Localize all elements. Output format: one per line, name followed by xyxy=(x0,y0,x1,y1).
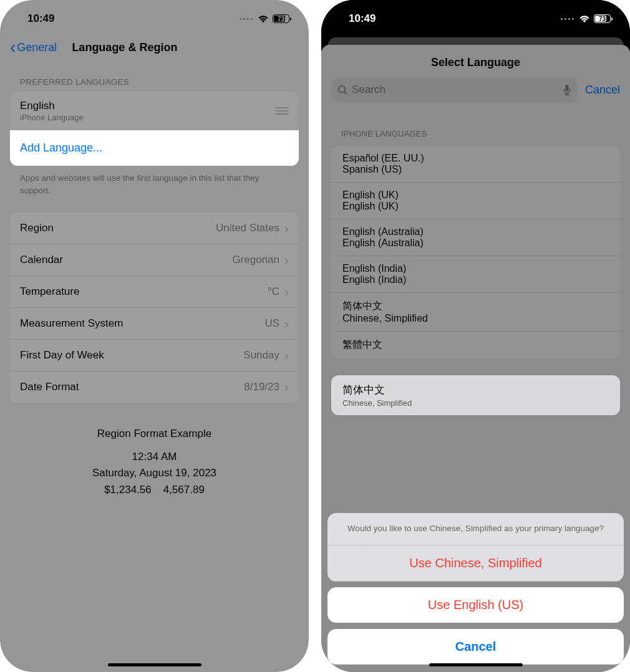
svg-rect-2 xyxy=(565,85,568,91)
mic-icon[interactable] xyxy=(563,84,571,95)
search-input[interactable]: Search xyxy=(331,78,578,102)
cellular-dots-icon xyxy=(561,18,574,20)
example-numbers: $1,234.56 4,567.89 xyxy=(0,482,309,498)
region-row[interactable]: Region United States › xyxy=(10,213,299,244)
chevron-right-icon: › xyxy=(284,316,289,331)
battery-icon: 73 xyxy=(273,14,291,23)
back-button[interactable]: ‹ General xyxy=(10,39,57,56)
first-day-row[interactable]: First Day of Week Sunday › xyxy=(10,340,299,372)
status-time: 10:49 xyxy=(27,12,54,25)
phone-right: 10:49 73 Select Language Search Cancel I… xyxy=(321,0,630,672)
lang-row-spanish-us[interactable]: Español (EE. UU.)Spanish (US) xyxy=(331,146,620,183)
wifi-icon xyxy=(579,14,590,23)
measurement-row[interactable]: Measurement System US › xyxy=(10,308,299,340)
search-cancel-button[interactable]: Cancel xyxy=(585,84,620,97)
chevron-right-icon: › xyxy=(284,221,289,236)
calendar-row[interactable]: Calendar Gregorian › xyxy=(10,244,299,276)
search-row: Search Cancel xyxy=(321,78,630,108)
lang-row-chinese-simplified[interactable]: 简体中文Chinese, Simplified xyxy=(331,293,620,332)
wifi-icon xyxy=(258,14,269,23)
svg-line-1 xyxy=(344,92,347,94)
add-language-button[interactable]: Add Language... xyxy=(10,130,299,166)
lang-row-english-in[interactable]: English (India)English (India) xyxy=(331,256,620,293)
add-language-label: Add Language... xyxy=(20,142,102,154)
chevron-right-icon: › xyxy=(284,252,289,267)
status-right: 73 xyxy=(240,14,291,23)
status-bar: 10:49 73 xyxy=(0,0,309,34)
language-row-english[interactable]: English iPhone Language xyxy=(10,92,299,130)
chevron-left-icon: ‹ xyxy=(10,39,16,56)
status-right: 73 xyxy=(561,14,613,23)
lang-row-english-au[interactable]: English (Australia)English (Australia) xyxy=(331,219,620,256)
sheet-title: Select Language xyxy=(321,45,630,78)
page-title: Language & Region xyxy=(72,41,299,54)
action-sheet-message: Would you like to use Chinese, Simplifie… xyxy=(327,513,624,545)
footer-note: Apps and websites will use the first lan… xyxy=(0,166,309,196)
cellular-dots-icon xyxy=(240,18,253,20)
action-sheet-cancel-button[interactable]: Cancel xyxy=(327,629,624,665)
action-sheet: Would you like to use Chinese, Simplifie… xyxy=(327,513,624,665)
language-subtitle: iPhone Language xyxy=(20,113,270,122)
chevron-right-icon: › xyxy=(284,348,289,363)
chevron-right-icon: › xyxy=(284,380,289,395)
region-settings-group: Region United States › Calendar Gregoria… xyxy=(10,213,299,403)
drag-handle-icon[interactable] xyxy=(275,107,289,115)
action-sheet-group: Would you like to use Chinese, Simplifie… xyxy=(327,513,624,582)
lang-row-english-uk[interactable]: English (UK)English (UK) xyxy=(331,183,620,219)
iphone-languages-header: IPHONE LANGUAGES xyxy=(321,108,630,143)
chevron-right-icon: › xyxy=(284,284,289,299)
search-icon xyxy=(337,85,348,95)
select-language-sheet: Select Language Search Cancel IPHONE LAN… xyxy=(321,45,630,672)
search-placeholder: Search xyxy=(352,84,385,96)
status-bar: 10:49 73 xyxy=(321,0,630,34)
language-title: English xyxy=(20,100,270,112)
lang-row-chinese-traditional[interactable]: 繁體中文 xyxy=(331,332,620,358)
date-format-row[interactable]: Date Format 8/19/23 › xyxy=(10,372,299,403)
home-indicator[interactable] xyxy=(108,663,201,666)
example-time: 12:34 AM xyxy=(0,449,309,465)
back-label: General xyxy=(17,41,57,54)
use-english-button[interactable]: Use English (US) xyxy=(327,587,624,623)
battery-icon: 73 xyxy=(594,14,613,23)
preferred-languages-group: English iPhone Language xyxy=(10,92,299,130)
example-date: Saturday, August 19, 2023 xyxy=(0,465,309,481)
use-chinese-button[interactable]: Use Chinese, Simplified xyxy=(327,545,624,582)
nav-bar: ‹ General Language & Region xyxy=(0,34,309,64)
example-title: Region Format Example xyxy=(0,428,309,440)
phone-left: 10:49 73 ‹ General Language & Region PRE… xyxy=(0,0,309,672)
lang-row-chinese-simplified-highlight[interactable]: 简体中文 Chinese, Simplified xyxy=(331,375,620,415)
preferred-languages-header: PREFERRED LANGUAGES xyxy=(0,64,309,92)
home-indicator[interactable] xyxy=(429,663,523,666)
region-example: Region Format Example 12:34 AM Saturday,… xyxy=(0,428,309,498)
status-time: 10:49 xyxy=(349,12,376,25)
language-list: Español (EE. UU.)Spanish (US) English (U… xyxy=(331,146,620,358)
temperature-row[interactable]: Temperature °C › xyxy=(10,276,299,308)
